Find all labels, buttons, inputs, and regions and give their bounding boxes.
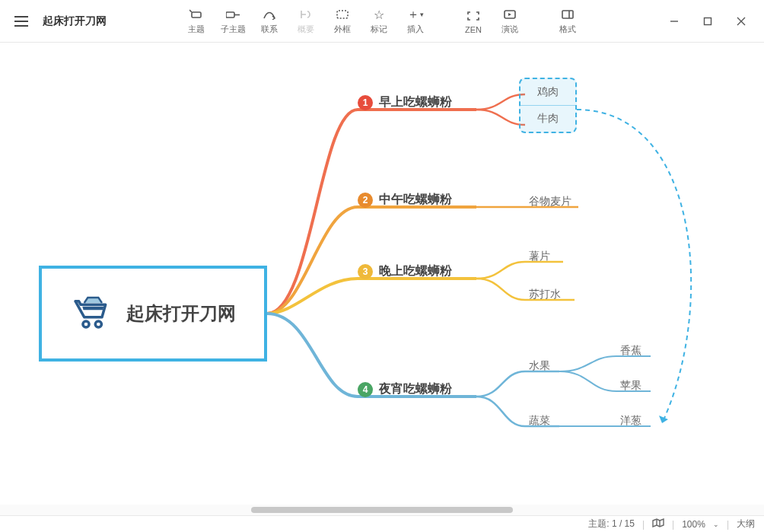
- tool-zen[interactable]: ZEN: [455, 4, 492, 38]
- svg-point-7: [95, 321, 101, 327]
- format-panel-icon: [561, 7, 575, 22]
- tool-format[interactable]: 格式: [549, 4, 586, 38]
- svg-rect-4: [562, 11, 573, 18]
- window-close[interactable]: [724, 6, 758, 37]
- tool-marker[interactable]: ☆ 标记: [361, 4, 397, 38]
- subtopic-icon: [226, 7, 240, 22]
- map-icon[interactable]: [652, 518, 664, 530]
- leaf-apple[interactable]: 苹果: [620, 379, 641, 393]
- zoom-chevron-icon[interactable]: ⌄: [713, 521, 719, 528]
- window-maximize[interactable]: [691, 6, 724, 37]
- branch-2[interactable]: 2 中午吃螺蛳粉: [358, 192, 452, 208]
- topic-count-label: 主题: 1 / 15: [588, 518, 635, 530]
- tool-subtopic[interactable]: 子主题: [215, 4, 251, 38]
- window-minimize[interactable]: [657, 6, 691, 37]
- outline-toggle[interactable]: 大纲: [737, 518, 755, 530]
- leaf-onion[interactable]: 洋葱: [620, 414, 641, 428]
- boundary-icon: [336, 7, 349, 22]
- marker-1-icon: 1: [358, 95, 373, 110]
- marker-2-icon: 2: [358, 193, 373, 208]
- leaf-cereal[interactable]: 谷物麦片: [529, 195, 571, 209]
- svg-rect-0: [192, 12, 201, 18]
- hamburger-menu[interactable]: [6, 6, 37, 37]
- window-controls: [657, 6, 758, 37]
- svg-rect-5: [705, 18, 711, 24]
- tool-summary: 概要: [288, 4, 324, 38]
- branch-4[interactable]: 4 夜宵吃螺蛳粉: [358, 381, 452, 397]
- marker-3-icon: 3: [358, 264, 373, 279]
- tool-insert[interactable]: ＋▾ 插入: [397, 4, 434, 38]
- insert-icon: ＋▾: [407, 7, 424, 22]
- marker-4-icon: 4: [358, 382, 373, 397]
- summary-icon: [300, 7, 312, 22]
- tool-boundary[interactable]: 外框: [324, 4, 361, 38]
- mindmap-canvas[interactable]: 起床打开刀网 1 早上吃螺蛳粉 鸡肉 牛肉 2 中午吃螺蛳粉 谷物麦片 3 晚上…: [0, 43, 764, 515]
- leaf-vegetable[interactable]: 蔬菜: [529, 414, 550, 428]
- leaf-chicken[interactable]: 鸡肉: [520, 79, 575, 105]
- star-icon: ☆: [374, 7, 384, 22]
- topic-icon: [189, 7, 203, 22]
- horizontal-scrollbar[interactable]: [0, 505, 764, 515]
- tool-theme[interactable]: 主题: [178, 4, 215, 38]
- leaf-banana[interactable]: 香蕉: [620, 344, 641, 358]
- root-topic-text: 起床打开刀网: [126, 301, 236, 326]
- scrollbar-thumb[interactable]: [251, 507, 513, 513]
- statusbar: 主题: 1 / 15 | | 100% ⌄ | 大纲: [0, 515, 764, 532]
- svg-point-6: [83, 321, 89, 327]
- toolbar-group-view: ZEN 演说: [455, 4, 528, 38]
- toolbar: 起床打开刀网 主题 子主题 联系 概要 外框 ☆ 标记 ＋▾ 插入: [0, 0, 764, 43]
- leaf-soda[interactable]: 苏打水: [529, 288, 561, 301]
- toolbar-group-edit: 主题 子主题 联系 概要 外框 ☆ 标记 ＋▾ 插入: [178, 4, 434, 38]
- branch-3[interactable]: 3 晚上吃螺蛳粉: [358, 263, 452, 279]
- zoom-level[interactable]: 100%: [682, 519, 705, 530]
- svg-rect-1: [226, 12, 234, 18]
- tool-relation[interactable]: 联系: [251, 4, 288, 38]
- branch-1[interactable]: 1 早上吃螺蛳粉: [358, 94, 452, 110]
- leaf-chips[interactable]: 薯片: [529, 250, 550, 263]
- selected-group[interactable]: 鸡肉 牛肉: [519, 78, 577, 133]
- leaf-fruit[interactable]: 水果: [529, 359, 550, 373]
- svg-rect-2: [337, 11, 348, 18]
- tool-present[interactable]: 演说: [492, 4, 528, 38]
- cart-icon: [70, 292, 113, 335]
- present-icon: [503, 7, 517, 22]
- root-topic[interactable]: 起床打开刀网: [39, 266, 267, 362]
- leaf-beef[interactable]: 牛肉: [520, 106, 575, 132]
- zen-icon: [467, 8, 479, 24]
- document-title: 起床打开刀网: [43, 14, 107, 28]
- relation-icon: [263, 7, 276, 22]
